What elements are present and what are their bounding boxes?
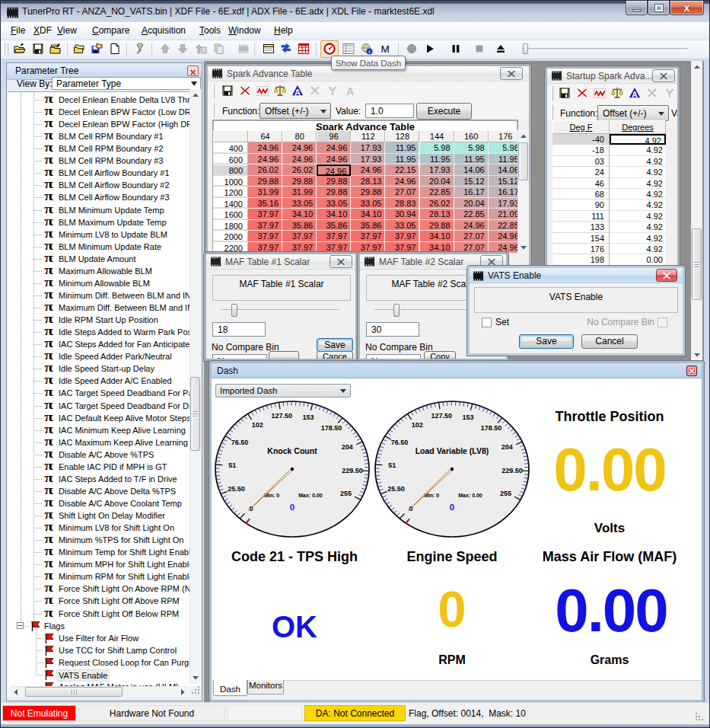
svg-text:204: 204 xyxy=(342,443,353,451)
svg-text:M: M xyxy=(380,43,389,55)
svg-text:25.50: 25.50 xyxy=(228,485,245,493)
svg-text:51: 51 xyxy=(228,461,236,469)
svg-text:A: A xyxy=(346,85,354,97)
svg-text:0: 0 xyxy=(450,503,454,512)
svg-text:A: A xyxy=(295,88,301,97)
svg-text:178.50: 178.50 xyxy=(321,424,342,432)
svg-text:178.50: 178.50 xyxy=(481,424,502,432)
svg-text:76.50: 76.50 xyxy=(231,439,249,446)
svg-text:Max: 0.00: Max: 0.00 xyxy=(298,493,323,498)
svg-text:127.50: 127.50 xyxy=(272,412,293,420)
svg-text:0: 0 xyxy=(290,503,295,512)
svg-text:229.50: 229.50 xyxy=(342,467,363,474)
svg-text:Knock Count: Knock Count xyxy=(267,446,317,455)
svg-text:255: 255 xyxy=(340,490,352,497)
svg-text:102: 102 xyxy=(252,421,263,429)
svg-text:i: i xyxy=(369,49,371,54)
svg-text:A: A xyxy=(632,90,638,99)
svg-text:153: 153 xyxy=(302,413,314,421)
